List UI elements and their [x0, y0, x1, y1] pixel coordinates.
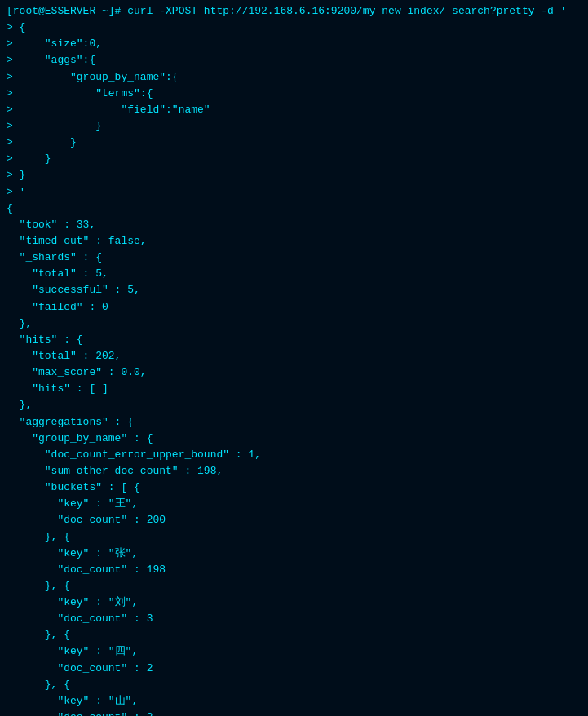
- terminal-line: }, {: [7, 627, 581, 643]
- terminal-window: [root@ESSERVER ~]# curl -XPOST http://19…: [7, 3, 581, 716]
- terminal-line: "key" : "四",: [7, 643, 581, 660]
- terminal-line: [root@ESSERVER ~]# curl -XPOST http://19…: [7, 3, 581, 20]
- terminal-line: > {: [7, 20, 581, 36]
- terminal-line: "group_by_name" : {: [7, 431, 581, 447]
- terminal-line: "buckets" : [ {: [7, 480, 581, 496]
- terminal-line: "doc_count" : 200: [7, 512, 581, 528]
- terminal-output: [root@ESSERVER ~]# curl -XPOST http://19…: [7, 3, 581, 716]
- terminal-line: }, {: [7, 677, 581, 693]
- terminal-line: "successful" : 5,: [7, 282, 581, 298]
- terminal-line: "total" : 202,: [7, 348, 581, 365]
- terminal-line: > }: [7, 167, 581, 183]
- terminal-line: > }: [7, 135, 581, 151]
- terminal-line: > "size":0,: [7, 36, 581, 52]
- terminal-line: "aggregations" : {: [7, 414, 581, 431]
- terminal-line: "hits" : [ ]: [7, 381, 581, 397]
- terminal-line: },: [7, 316, 581, 332]
- terminal-line: "doc_count_error_upper_bound" : 1,: [7, 447, 581, 463]
- terminal-line: "hits" : {: [7, 332, 581, 348]
- terminal-line: },: [7, 397, 581, 413]
- terminal-line: > "field":"name": [7, 102, 581, 118]
- terminal-line: "doc_count" : 2: [7, 661, 581, 677]
- terminal-line: > "aggs":{: [7, 52, 581, 69]
- terminal-line: }, {: [7, 529, 581, 546]
- terminal-line: "key" : "王",: [7, 496, 581, 512]
- terminal-line: > }: [7, 151, 581, 167]
- terminal-line: "failed" : 0: [7, 299, 581, 316]
- terminal-line: "doc_count" : 2: [7, 709, 581, 716]
- terminal-line: "total" : 5,: [7, 266, 581, 282]
- terminal-line: "key" : "张",: [7, 546, 581, 562]
- terminal-line: "doc_count" : 198: [7, 562, 581, 578]
- terminal-line: }, {: [7, 578, 581, 594]
- terminal-line: "key" : "刘",: [7, 594, 581, 611]
- terminal-line: > "terms":{: [7, 86, 581, 102]
- terminal-line: "key" : "山",: [7, 693, 581, 709]
- terminal-line: "timed_out" : false,: [7, 233, 581, 250]
- terminal-line: {: [7, 201, 581, 217]
- terminal-line: "took" : 33,: [7, 217, 581, 233]
- terminal-line: "sum_other_doc_count" : 198,: [7, 463, 581, 480]
- terminal-line: > "group_by_name":{: [7, 69, 581, 86]
- terminal-line: > ': [7, 184, 581, 201]
- terminal-line: > }: [7, 118, 581, 135]
- terminal-line: "max_score" : 0.0,: [7, 365, 581, 381]
- terminal-line: "_shards" : {: [7, 250, 581, 266]
- terminal-line: "doc_count" : 3: [7, 611, 581, 627]
